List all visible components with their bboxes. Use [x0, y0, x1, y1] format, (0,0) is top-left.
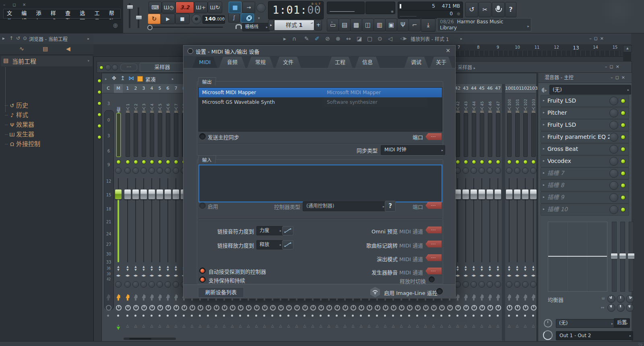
strip-clock-icon[interactable] [246, 305, 252, 311]
strip-clock-icon[interactable] [455, 305, 461, 311]
strip-route-arrow[interactable]: △ [505, 324, 513, 328]
dialog-tab-常规[interactable]: 常规 [247, 57, 274, 68]
pattern-prev-button[interactable]: ▸ [268, 20, 274, 31]
strip-route-arrow[interactable]: △ [397, 324, 405, 328]
overdub-display[interactable]: 3.2 [175, 2, 194, 13]
strip-pan-arrows[interactable]: ◀▶ [470, 274, 478, 277]
strip-clock-icon[interactable] [431, 305, 437, 311]
compact-view-swatch-icon[interactable] [137, 76, 143, 82]
strip-fx-icon[interactable] [165, 294, 170, 301]
dialog-close-button[interactable]: × [446, 47, 450, 54]
strip-fx-icon[interactable] [173, 294, 178, 301]
mixer-strip-101[interactable]: 插入 101▲▼◀▶△ [513, 93, 521, 341]
slot-enable-led[interactable] [621, 159, 625, 164]
strip-fx-icon[interactable] [479, 294, 484, 301]
strip-dot-icon[interactable] [207, 315, 209, 317]
strip-led[interactable] [150, 160, 154, 164]
strip-route-arrow[interactable]: △ [365, 324, 373, 328]
strip-fx-icon[interactable] [455, 294, 460, 301]
strip-dot-icon[interactable] [473, 315, 475, 317]
strip-clock-icon[interactable] [399, 305, 405, 311]
delete-tool-icon[interactable]: ⊘ [325, 35, 330, 42]
mixer-header-45[interactable]: 45 [478, 84, 486, 93]
strip-fx-icon[interactable] [141, 294, 146, 301]
strip-stereo-knob[interactable] [479, 167, 485, 174]
strip-led[interactable] [515, 160, 520, 164]
strip-fader[interactable] [478, 189, 485, 200]
strip-pan-arrows[interactable]: ◀▶ [462, 274, 470, 277]
strip-route-arrow[interactable]: △ [317, 324, 325, 328]
strip-clock-icon[interactable] [190, 305, 195, 311]
strip-sep-arrows[interactable]: ▲▼ [156, 265, 164, 272]
strip-led[interactable] [531, 160, 536, 164]
rack-knob-2[interactable] [112, 64, 118, 70]
dialog-tab-信息[interactable]: 信息 [355, 57, 380, 68]
strip-pan-knob[interactable] [140, 281, 147, 288]
strip-route-arrow[interactable]: △ [309, 324, 317, 328]
strip-clock-icon[interactable] [318, 305, 324, 311]
strip-clock-icon[interactable] [359, 305, 364, 311]
wait-for-input-button[interactable]: Ш◷ [162, 2, 175, 13]
strip-fx-icon[interactable] [523, 294, 528, 301]
slot-mix-knob[interactable] [609, 169, 618, 178]
fx-slot-10[interactable]: ▸插槽 10 [541, 204, 629, 216]
slot-enable-led[interactable] [621, 147, 625, 152]
app-restore-button[interactable]: ◻ [11, 2, 18, 8]
strip-clock-icon[interactable] [423, 305, 429, 311]
mixer-header-master[interactable]: M [114, 84, 123, 93]
strip-route-arrow[interactable]: △ [260, 324, 268, 328]
fx-slot-8[interactable]: ▸插槽 8 [541, 179, 629, 192]
strip-pan-arrows[interactable]: ◀▶ [132, 274, 140, 277]
strip-sep-arrows[interactable]: ▲▼ [470, 265, 478, 272]
strip-dot-icon[interactable] [142, 315, 144, 317]
strip-pan-knob[interactable] [495, 281, 501, 288]
strip-dot-icon[interactable] [532, 315, 534, 317]
strip-clock-icon[interactable] [286, 305, 292, 311]
strip-dot-icon[interactable] [524, 315, 526, 317]
strip-sep-arrows[interactable]: ▲▼ [521, 265, 529, 272]
menu-item-2[interactable]: 添加 [33, 9, 47, 18]
strip-route-arrow[interactable]: △ [228, 324, 236, 328]
toggle-plugin-picker[interactable]: Ψ [397, 19, 409, 31]
strip-fx-icon[interactable] [125, 294, 130, 301]
dialog-tab-工程[interactable]: 工程 [328, 57, 353, 68]
strip-pan-knob[interactable] [487, 281, 493, 288]
strip-pan-arrows[interactable]: ◀▶ [156, 274, 164, 277]
strip-clock-icon[interactable] [367, 305, 372, 311]
playlist-title[interactable]: 播放列表 - 样式 1 [411, 35, 449, 42]
send-master-sync-radio[interactable] [199, 133, 206, 140]
strip-route-arrow[interactable]: △ [325, 324, 333, 328]
strip-fx-icon[interactable] [149, 294, 154, 301]
mixer-strip-103[interactable]: 插入 103▲▼◀▶△ [529, 93, 537, 341]
browser-tab-files-icon[interactable]: ▤ [43, 45, 48, 52]
strip-dot-icon[interactable] [376, 315, 378, 317]
strip-stereo-knob[interactable] [522, 167, 528, 174]
strip-clock-icon[interactable] [415, 305, 421, 311]
strip-pan-knob[interactable] [506, 281, 512, 288]
strip-dot-icon[interactable] [516, 315, 518, 317]
menu-item-5[interactable]: 选项 [76, 9, 91, 18]
strip-dot-icon[interactable] [215, 315, 217, 317]
strip-led[interactable] [488, 160, 492, 164]
strip-clock-icon[interactable] [447, 305, 453, 311]
mixer-strip-100[interactable]: 插入 100▲▼◀▶△ [505, 93, 513, 341]
strip-led[interactable] [158, 160, 162, 164]
strip-led[interactable] [126, 160, 130, 164]
mixer-header-102[interactable]: 102 [521, 84, 529, 93]
strip-route-arrow[interactable]: △ [454, 324, 462, 328]
strip-clock-icon[interactable] [262, 305, 268, 311]
strip-dot-icon[interactable] [263, 315, 265, 317]
strip-route-arrow[interactable]: △ [285, 324, 293, 328]
input-port-selector[interactable]: --- [425, 202, 442, 209]
strip-route-arrow[interactable]: △ [196, 324, 204, 328]
strip-dot-icon[interactable] [279, 315, 281, 317]
strip-dot-icon[interactable] [223, 315, 225, 317]
strip-route-arrow[interactable]: △ [244, 324, 252, 328]
auto-accept-radio[interactable] [199, 268, 206, 274]
playlist-title-chevron-icon[interactable]: ▸ [460, 37, 462, 41]
slot-enable-led[interactable] [621, 207, 625, 212]
strip-pan-arrows[interactable]: ◀▶ [505, 274, 513, 277]
dialog-titlebar[interactable]: 设置 - MIDI 输入/输出 设备 × [184, 45, 455, 56]
strip-pan-knob[interactable] [530, 281, 537, 288]
strip-clock-icon[interactable] [182, 305, 187, 311]
